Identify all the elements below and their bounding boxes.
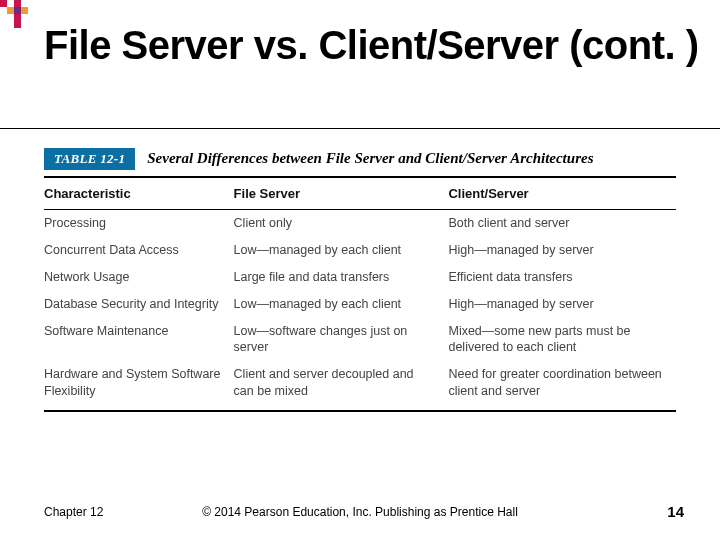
cell: Need for greater coordination between cl… — [448, 361, 676, 411]
table-header-row: Characteristic File Server Client/Server — [44, 177, 676, 210]
cell: Low—managed by each client — [234, 291, 449, 318]
svg-rect-2 — [7, 7, 14, 14]
table-caption: Several Differences between File Server … — [147, 150, 593, 167]
cell: Client only — [234, 210, 449, 237]
page-number: 14 — [667, 503, 684, 520]
cell: Both client and server — [448, 210, 676, 237]
table-row: Network Usage Large file and data transf… — [44, 264, 676, 291]
cell: Client and server decoupled and can be m… — [234, 361, 449, 411]
slide-title: File Server vs. Client/Server (cont. ) — [44, 22, 699, 68]
cell: Hardware and System Software Flexibility — [44, 361, 234, 411]
table-wrap: TABLE 12-1 Several Differences between F… — [44, 148, 676, 412]
cell: Network Usage — [44, 264, 234, 291]
cell: Large file and data transfers — [234, 264, 449, 291]
col-header: Characteristic — [44, 177, 234, 210]
svg-rect-1 — [14, 0, 21, 7]
svg-rect-5 — [14, 14, 21, 21]
cell: Efficient data transfers — [448, 264, 676, 291]
cell: Mixed—some new parts must be delivered t… — [448, 318, 676, 362]
title-rule — [0, 128, 720, 129]
table-row: Processing Client only Both client and s… — [44, 210, 676, 237]
copyright: © 2014 Pearson Education, Inc. Publishin… — [202, 505, 518, 519]
footer: Chapter 12 © 2014 Pearson Education, Inc… — [0, 503, 720, 520]
cell: Processing — [44, 210, 234, 237]
table-label: TABLE 12-1 — [44, 148, 135, 170]
table-row: Concurrent Data Access Low—managed by ea… — [44, 237, 676, 264]
cell: Low—software changes just on server — [234, 318, 449, 362]
cell: High—managed by server — [448, 237, 676, 264]
svg-rect-6 — [14, 21, 21, 28]
svg-rect-4 — [21, 7, 28, 14]
slide: File Server vs. Client/Server (cont. ) T… — [0, 0, 720, 540]
cell: Database Security and Integrity — [44, 291, 234, 318]
logo-icon — [0, 0, 42, 30]
table-row: Database Security and Integrity Low—mana… — [44, 291, 676, 318]
col-header: Client/Server — [448, 177, 676, 210]
table-row: Software Maintenance Low—software change… — [44, 318, 676, 362]
table-heading: TABLE 12-1 Several Differences between F… — [44, 148, 676, 170]
cell: Software Maintenance — [44, 318, 234, 362]
table-row: Hardware and System Software Flexibility… — [44, 361, 676, 411]
cell: Concurrent Data Access — [44, 237, 234, 264]
svg-rect-3 — [14, 7, 21, 14]
cell: Low—managed by each client — [234, 237, 449, 264]
col-header: File Server — [234, 177, 449, 210]
cell: High—managed by server — [448, 291, 676, 318]
comparison-table: Characteristic File Server Client/Server… — [44, 176, 676, 412]
svg-rect-0 — [0, 0, 7, 7]
chapter-label: Chapter 12 — [44, 505, 103, 519]
